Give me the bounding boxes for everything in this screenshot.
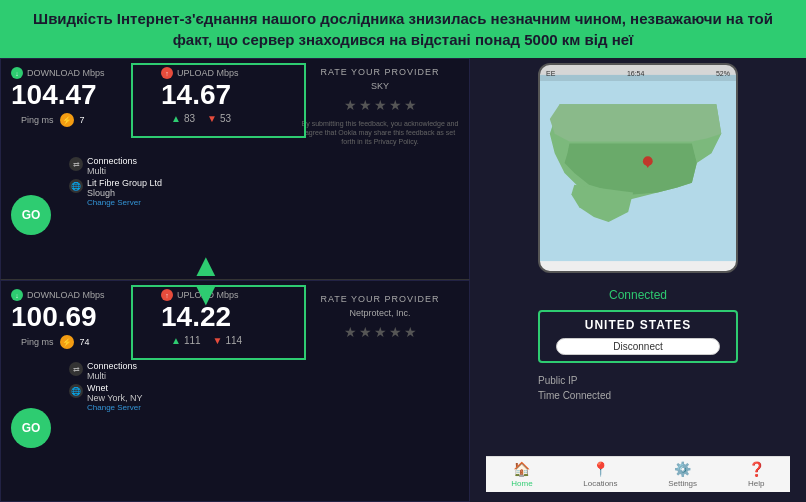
ping-value-bottom: 74	[80, 337, 90, 347]
upload-section-bottom: ↑ UPLOAD Mbps 14.22 ▲111 ▼114	[161, 289, 281, 351]
connections-icon-top: ⇄	[69, 157, 83, 171]
upload-section-top: ↑ UPLOAD Mbps 14.67 ▲83 ▼53	[161, 67, 281, 146]
speed-header-top: ↓ DOWNLOAD Mbps 104.47 Ping ms ⚡ 7 ↑ UPL…	[1, 59, 469, 150]
download-value-bottom: 100.69	[11, 301, 141, 333]
speedtest-panel-bottom: ↓ DOWNLOAD Mbps 100.69 Ping ms ⚡ 74 ↑ UP…	[0, 280, 470, 502]
banner-text: Швидкість Інтернет-з'єднання нашого досл…	[33, 10, 773, 48]
time-connected-label: Time Connected	[538, 390, 611, 401]
provider-name-bottom: Netprotect, Inc.	[349, 308, 410, 318]
connections-label-bottom: Connections	[87, 361, 137, 371]
connections-row-top: ⇄ Connections Multi	[69, 156, 199, 176]
upload-value-top: 14.67	[161, 79, 281, 111]
bottom-nav: 🏠 Home 📍 Locations ⚙️ Settings ❓ Help	[486, 456, 790, 492]
upload-values-bottom: ▲111 ▼114	[161, 333, 281, 348]
help-icon: ❓	[748, 461, 765, 477]
nav-help[interactable]: ❓ Help	[748, 461, 765, 488]
panel-body-top: GO ⇄ Connections Multi 🌐 Lit Fibre Group…	[1, 150, 469, 279]
time-connected-row: Time Connected	[538, 388, 738, 403]
phone-time: 16:54	[627, 70, 645, 77]
upload-label-top: ↑ UPLOAD Mbps	[161, 67, 281, 79]
upload-values-top: ▲83 ▼53	[161, 111, 281, 126]
home-icon: 🏠	[513, 461, 530, 477]
go-button-top[interactable]: GO	[11, 195, 51, 235]
download-label-bottom: ↓ DOWNLOAD Mbps	[11, 289, 141, 301]
vpn-panel: EE 16:54 52%	[470, 58, 806, 502]
map-svg	[540, 65, 736, 271]
vpn-details: Public IP Time Connected	[538, 373, 738, 403]
download-icon-top: ↓	[11, 67, 23, 79]
phone-battery: 52%	[716, 70, 730, 77]
locations-icon: 📍	[592, 461, 609, 477]
isp-row-top: 🌐 Lit Fibre Group Ltd Slough Change Serv…	[69, 178, 199, 207]
stars-bottom: ★★★★★	[344, 324, 417, 340]
nav-settings[interactable]: ⚙️ Settings	[668, 461, 697, 488]
nav-locations[interactable]: 📍 Locations	[583, 461, 617, 488]
phone-mockup: EE 16:54 52%	[538, 63, 738, 273]
nav-home[interactable]: 🏠 Home	[511, 461, 532, 488]
upload-icon-top: ↑	[161, 67, 173, 79]
upload-label-bottom: ↑ UPLOAD Mbps	[161, 289, 281, 301]
download-section-top: ↓ DOWNLOAD Mbps 104.47 Ping ms ⚡ 7	[11, 67, 141, 146]
country-box: UNITED STATES Disconnect	[538, 310, 738, 363]
stars-top: ★★★★★	[344, 97, 417, 113]
server-info-top: ⇄ Connections Multi 🌐 Lit Fibre Group Lt…	[69, 156, 199, 273]
download-section-bottom: ↓ DOWNLOAD Mbps 100.69 Ping ms ⚡ 74	[11, 289, 141, 351]
ping-icon-bottom: ⚡	[60, 335, 74, 349]
country-name: UNITED STATES	[556, 318, 720, 332]
speed-header-bottom: ↓ DOWNLOAD Mbps 100.69 Ping ms ⚡ 74 ↑ UP…	[1, 281, 469, 355]
speedtest-panel-top: ↓ DOWNLOAD Mbps 104.47 Ping ms ⚡ 7 ↑ UPL…	[0, 58, 470, 280]
settings-icon: ⚙️	[674, 461, 691, 477]
main-content: ↓ DOWNLOAD Mbps 104.47 Ping ms ⚡ 7 ↑ UPL…	[0, 58, 806, 502]
rate-title-top: RATE YOUR PROVIDER	[320, 67, 439, 77]
isp-icon-bottom: 🌐	[69, 384, 83, 398]
banner: Швидкість Інтернет-з'єднання нашого досл…	[0, 0, 806, 58]
connections-icon-bottom: ⇄	[69, 362, 83, 376]
upload-icon-bottom: ↑	[161, 289, 173, 301]
rate-title-bottom: RATE YOUR PROVIDER	[320, 294, 439, 304]
change-server-bottom[interactable]: Change Server	[87, 403, 143, 412]
rate-disclaimer-top: By submitting this feedback, you acknowl…	[301, 119, 459, 146]
public-ip-row: Public IP	[538, 373, 738, 388]
phone-status-bar: EE 16:54 52%	[540, 65, 736, 81]
download-icon-bottom: ↓	[11, 289, 23, 301]
connections-label-top: Connections	[87, 156, 137, 166]
go-button-bottom[interactable]: GO	[11, 408, 51, 448]
phone-signal: EE	[546, 70, 555, 77]
isp-icon-top: 🌐	[69, 179, 83, 193]
connections-row-bottom: ⇄ Connections Multi	[69, 361, 199, 381]
upload-value-bottom: 14.22	[161, 301, 281, 333]
download-value-top: 104.47	[11, 79, 141, 111]
connected-text: Connected	[609, 288, 667, 302]
download-label-top: ↓ DOWNLOAD Mbps	[11, 67, 141, 79]
ping-row-bottom: Ping ms ⚡ 74	[11, 333, 141, 351]
phone-area: EE 16:54 52%	[470, 58, 806, 278]
panel-body-bottom: GO ⇄ Connections Multi 🌐 Wnet New York	[1, 355, 469, 501]
vpn-info: Connected UNITED STATES Disconnect Publi…	[470, 278, 806, 502]
ping-icon-top: ⚡	[60, 113, 74, 127]
public-ip-label: Public IP	[538, 375, 577, 386]
svg-marker-4	[550, 104, 722, 141]
provider-name-top: SKY	[371, 81, 389, 91]
rate-section-bottom: RATE YOUR PROVIDER Netprotect, Inc. ★★★★…	[301, 289, 459, 351]
change-server-top[interactable]: Change Server	[87, 198, 162, 207]
speedtest-container: ↓ DOWNLOAD Mbps 104.47 Ping ms ⚡ 7 ↑ UPL…	[0, 58, 470, 502]
server-info-bottom: ⇄ Connections Multi 🌐 Wnet New York, NY …	[69, 361, 199, 495]
isp-row-bottom: 🌐 Wnet New York, NY Change Server	[69, 383, 199, 412]
ping-row-top: Ping ms ⚡ 7	[11, 111, 141, 129]
disconnect-button[interactable]: Disconnect	[556, 338, 720, 355]
rate-section-top: RATE YOUR PROVIDER SKY ★★★★★ By submitti…	[301, 67, 459, 146]
ping-value-top: 7	[80, 115, 85, 125]
